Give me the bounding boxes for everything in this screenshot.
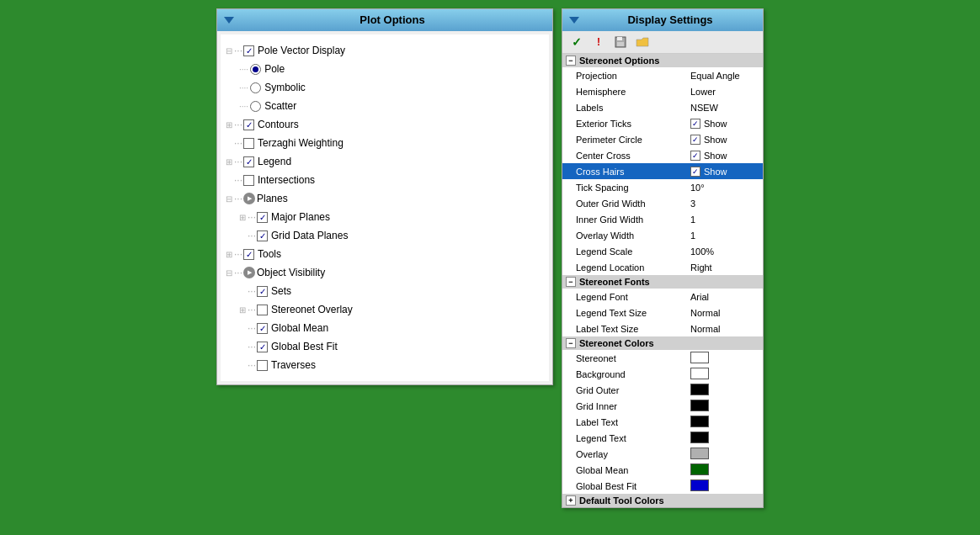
row-exterior-ticks[interactable]: Exterior Ticks Show: [562, 115, 763, 131]
checkbox-pole-vector[interactable]: [243, 45, 254, 56]
tree-item-global-best-fit: ⊟ ··· Global Best Fit: [224, 337, 546, 356]
collapse-icon[interactable]: [224, 17, 234, 24]
checkbox-stereonet-overlay[interactable]: [257, 305, 268, 315]
checkbox-legend[interactable]: [243, 156, 254, 167]
row-hemisphere[interactable]: Hemisphere Lower: [562, 83, 763, 99]
label-intersections: Intersections: [258, 174, 315, 186]
row-legend-font[interactable]: Legend Font Arial: [562, 289, 763, 305]
label-global-mean-color: Global Mean: [576, 465, 690, 475]
row-global-mean-color[interactable]: Global Mean: [562, 462, 763, 478]
section-label-tool-colors: Default Tool Colors: [579, 495, 664, 506]
checkbox-traverses[interactable]: [257, 360, 268, 371]
tree-item-object-visibility: ⊟ ··· Object Visibility: [224, 263, 546, 282]
checkbox-major-planes[interactable]: [257, 212, 268, 223]
row-global-best-fit-color[interactable]: Global Best Fit: [562, 478, 763, 494]
row-overlay-width[interactable]: Overlay Width 1: [562, 227, 763, 243]
row-stereonet-color[interactable]: Stereonet: [562, 350, 763, 366]
radio-scatter[interactable]: [250, 101, 261, 112]
toolbar: ✓ !: [562, 31, 763, 54]
value-labels: NSEW: [690, 103, 758, 113]
tree-container: ⊟ ··· Pole Vector Display ···· Pole ····…: [221, 34, 549, 381]
row-legend-text-color[interactable]: Legend Text: [562, 430, 763, 446]
label-global-best-fit-color: Global Best Fit: [576, 481, 690, 491]
row-label-text-size[interactable]: Label Text Size Normal: [562, 320, 763, 336]
cb-perimeter-circle[interactable]: [690, 135, 700, 145]
row-outer-grid-width[interactable]: Outer Grid Width 3: [562, 195, 763, 211]
label-overlay-width: Overlay Width: [576, 230, 690, 241]
label-planes: Planes: [257, 193, 288, 204]
row-label-text-color[interactable]: Label Text: [562, 414, 763, 430]
section-default-tool-colors: + Default Tool Colors: [562, 494, 763, 507]
arrow-planes[interactable]: [243, 193, 255, 204]
row-overlay-color[interactable]: Overlay: [562, 446, 763, 462]
checkbox-intersections[interactable]: [243, 175, 254, 186]
arrow-object-visibility[interactable]: [243, 267, 255, 278]
value-inner-grid-width: 1: [690, 215, 758, 225]
checkbox-sets[interactable]: [257, 286, 268, 297]
label-legend-font: Legend Font: [576, 292, 690, 302]
radio-symbolic[interactable]: [250, 82, 261, 93]
row-projection[interactable]: Projection Equal Angle: [562, 67, 763, 83]
row-legend-scale[interactable]: Legend Scale 100%: [562, 243, 763, 259]
swatch-legend-text[interactable]: [690, 432, 709, 443]
label-grid-inner-color: Grid Inner: [576, 401, 690, 411]
swatch-overlay[interactable]: [690, 448, 709, 459]
section-collapse-tool-colors[interactable]: +: [566, 495, 576, 506]
row-labels[interactable]: Labels NSEW: [562, 99, 763, 115]
tree-item-contours: ⊞ ··· Contours: [224, 115, 546, 134]
value-grid-outer-color: [690, 384, 758, 397]
row-legend-text-size[interactable]: Legend Text Size Normal: [562, 305, 763, 320]
section-label-fonts: Stereonet Fonts: [579, 277, 650, 287]
label-projection: Projection: [576, 71, 690, 81]
section-label-stereonet: Stereonet Options: [579, 56, 659, 66]
row-cross-hairs[interactable]: Cross Hairs Show: [562, 163, 763, 179]
toolbar-save-btn[interactable]: [611, 34, 630, 50]
section-collapse-colors[interactable]: −: [566, 338, 576, 348]
right-collapse-icon[interactable]: [569, 17, 579, 24]
value-legend-scale: 100%: [690, 246, 758, 257]
tree-item-legend: ⊞ ··· Legend: [224, 152, 546, 171]
checkbox-contours[interactable]: [243, 119, 254, 130]
swatch-grid-outer[interactable]: [690, 384, 709, 395]
tree-item-pole: ···· Pole: [224, 60, 546, 78]
label-grid-outer-color: Grid Outer: [576, 385, 690, 395]
row-grid-outer-color[interactable]: Grid Outer: [562, 382, 763, 398]
radio-pole[interactable]: [250, 64, 261, 75]
toolbar-exclaim-btn[interactable]: !: [589, 34, 608, 50]
label-grid-data-planes: Grid Data Planes: [271, 230, 348, 241]
swatch-background[interactable]: [690, 368, 709, 379]
row-legend-location[interactable]: Legend Location Right: [562, 259, 763, 275]
swatch-global-best-fit[interactable]: [690, 479, 709, 491]
checkbox-terzaghi[interactable]: [243, 138, 254, 149]
row-inner-grid-width[interactable]: Inner Grid Width 1: [562, 211, 763, 227]
left-panel-title: Plot Options: [239, 13, 546, 26]
row-tick-spacing[interactable]: Tick Spacing 10°: [562, 179, 763, 195]
swatch-global-mean[interactable]: [690, 463, 709, 475]
value-global-best-fit-color: [690, 479, 758, 493]
label-legend: Legend: [258, 156, 291, 167]
checkbox-tools[interactable]: [243, 249, 254, 260]
checkbox-grid-data-planes[interactable]: [257, 230, 268, 241]
label-tools: Tools: [258, 248, 281, 260]
cb-exterior-ticks[interactable]: [690, 119, 700, 129]
checkbox-global-best-fit[interactable]: [257, 342, 268, 352]
swatch-label-text[interactable]: [690, 416, 709, 427]
row-perimeter-circle[interactable]: Perimeter Circle Show: [562, 131, 763, 147]
section-collapse-stereonet[interactable]: −: [566, 56, 576, 66]
swatch-stereonet[interactable]: [690, 352, 709, 363]
label-overlay-color: Overlay: [576, 449, 690, 459]
toolbar-folder-btn[interactable]: [633, 34, 652, 50]
label-hemisphere: Hemisphere: [576, 87, 690, 97]
row-grid-inner-color[interactable]: Grid Inner: [562, 398, 763, 414]
row-center-cross[interactable]: Center Cross Show: [562, 147, 763, 163]
checkbox-global-mean[interactable]: [257, 323, 268, 334]
value-stereonet-color: [690, 352, 758, 365]
swatch-grid-inner[interactable]: [690, 400, 709, 411]
section-collapse-fonts[interactable]: −: [566, 277, 576, 287]
label-legend-location: Legend Location: [576, 262, 690, 273]
tree-item-intersections: ⊟ ··· Intersections: [224, 171, 546, 189]
row-background-color[interactable]: Background: [562, 366, 763, 382]
cb-center-cross[interactable]: [690, 151, 700, 161]
cb-cross-hairs[interactable]: [690, 167, 700, 177]
toolbar-check-btn[interactable]: ✓: [567, 34, 586, 50]
